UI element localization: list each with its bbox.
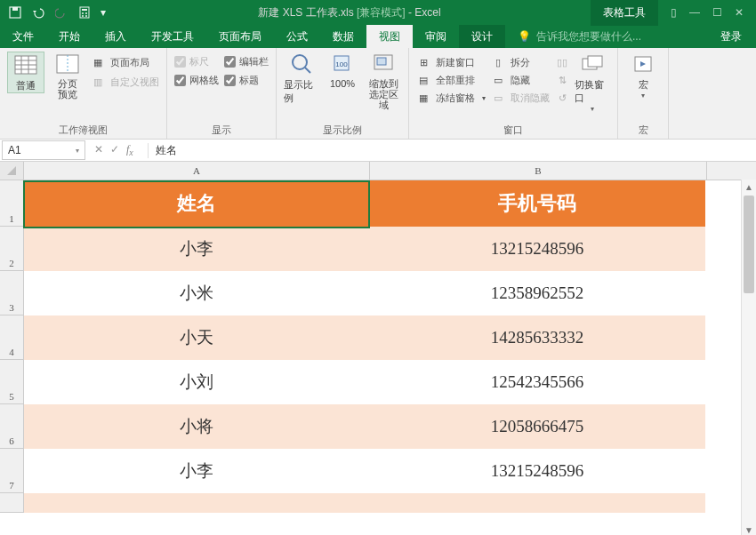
cell-A2[interactable]: 小李: [24, 227, 369, 271]
cell-A1[interactable]: 姓名: [24, 180, 369, 227]
ruler-checkbox: 标尺: [174, 55, 219, 68]
cell-B2[interactable]: 13215248596: [369, 227, 705, 271]
gridlines-checkbox[interactable]: 网格线: [174, 74, 219, 87]
cell-B8[interactable]: [369, 493, 705, 513]
lightbulb-icon: 💡: [518, 30, 531, 43]
row-header-3[interactable]: 3: [0, 271, 24, 315]
formula-input[interactable]: 姓名: [148, 143, 756, 158]
group-label-workbook-views: 工作簿视图: [7, 121, 159, 139]
zoom-100-button[interactable]: 100 100%: [325, 52, 360, 89]
switch-window-icon: [580, 52, 605, 76]
row-header-5[interactable]: 5: [0, 360, 24, 404]
zoom-button[interactable]: 显示比例: [284, 52, 319, 105]
zoom-selection-button[interactable]: 缩放到选定区域: [366, 52, 401, 110]
row-header-8[interactable]: [0, 493, 24, 513]
switch-window-button[interactable]: 切换窗口 ▾: [575, 52, 610, 113]
unhide-button: ▭取消隐藏: [491, 91, 550, 105]
cell-B1[interactable]: 手机号码: [369, 180, 705, 227]
svg-rect-2: [80, 7, 89, 18]
name-box-value: A1: [8, 144, 21, 156]
cell-A8[interactable]: [24, 493, 369, 513]
group-label-macros: 宏: [625, 121, 661, 139]
tab-insert[interactable]: 插入: [92, 25, 139, 48]
tab-data[interactable]: 数据: [320, 25, 366, 48]
sync-scroll-button: ⇅: [555, 73, 569, 87]
tab-view[interactable]: 视图: [366, 25, 413, 48]
cancel-formula-icon[interactable]: ✕: [94, 143, 103, 157]
maximize-icon[interactable]: ☐: [712, 6, 722, 19]
insert-function-icon[interactable]: fx: [126, 143, 139, 157]
freeze-panes-button[interactable]: ▦冻结窗格▾: [416, 91, 486, 105]
headings-checkbox[interactable]: 标题: [224, 74, 269, 87]
tab-review[interactable]: 审阅: [413, 25, 459, 48]
page-break-preview-button[interactable]: 分页预览: [50, 52, 85, 100]
arrange-all-button[interactable]: ▤全部重排: [416, 73, 486, 87]
formula-bar-checkbox[interactable]: 编辑栏: [224, 55, 269, 68]
cell-A7[interactable]: 小李: [24, 449, 369, 493]
column-header-A[interactable]: A: [24, 162, 370, 180]
tab-pagelayout[interactable]: 页面布局: [206, 25, 274, 48]
tab-home[interactable]: 开始: [46, 25, 92, 48]
row-header-7[interactable]: 7: [0, 449, 24, 493]
cell-B5[interactable]: 12542345566: [369, 360, 705, 404]
row-header-4[interactable]: 4: [0, 315, 24, 360]
enter-formula-icon[interactable]: ✓: [110, 143, 119, 157]
row-header-6[interactable]: 6: [0, 404, 24, 449]
minimize-icon[interactable]: —: [689, 6, 700, 19]
worksheet-area: A B 1 姓名 手机号码 2 小李13215248596 3 小米123589…: [0, 162, 756, 535]
redo-icon[interactable]: [52, 3, 71, 22]
cell-B4[interactable]: 14285633332: [369, 315, 705, 360]
tell-me-search[interactable]: 💡 告诉我您想要做什么...: [505, 25, 706, 48]
zoom-100-label: 100%: [330, 78, 355, 89]
split-button[interactable]: ▯拆分: [491, 55, 550, 69]
cell-A6[interactable]: 小将: [24, 404, 369, 449]
normal-view-button[interactable]: 普通: [7, 52, 44, 93]
split-icon: ▯: [491, 55, 505, 69]
scroll-down-icon[interactable]: ▼: [742, 523, 756, 535]
save-icon[interactable]: [5, 3, 25, 22]
ribbon-options-icon[interactable]: ▯: [671, 6, 677, 19]
macros-button[interactable]: 宏 ▾: [625, 52, 661, 100]
new-window-button[interactable]: ⊞新建窗口: [416, 55, 486, 69]
doc-title: 新建 XLS 工作表.xls: [258, 6, 353, 19]
name-box[interactable]: A1 ▾: [2, 140, 85, 160]
freeze-panes-icon: ▦: [416, 91, 430, 105]
tab-file[interactable]: 文件: [0, 25, 46, 48]
undo-icon[interactable]: [28, 3, 48, 22]
page-break-label: 分页预览: [58, 78, 77, 100]
column-header-B[interactable]: B: [370, 162, 707, 180]
page-layout-button[interactable]: ▦页面布局: [91, 55, 159, 69]
cell-B6[interactable]: 12058666475: [369, 404, 705, 449]
login-button[interactable]: 登录: [706, 25, 756, 48]
cell-B7[interactable]: 13215248596: [369, 449, 705, 493]
custom-view-icon: ▥: [91, 75, 105, 89]
select-all-corner[interactable]: [0, 162, 24, 180]
qat-customize-icon[interactable]: ▾: [98, 3, 109, 22]
cell-A5[interactable]: 小刘: [24, 360, 369, 404]
scroll-thumb[interactable]: [744, 196, 754, 293]
row-header-2[interactable]: 2: [0, 227, 24, 271]
svg-point-4: [82, 12, 84, 14]
svg-line-17: [305, 68, 310, 73]
close-icon[interactable]: ✕: [735, 6, 744, 19]
hide-button[interactable]: ▭隐藏: [491, 73, 550, 87]
titlebar: ▾ 新建 XLS 工作表.xls [兼容模式] - Excel 表格工具 ▯ —…: [0, 0, 756, 25]
row-header-1[interactable]: 1: [0, 180, 24, 227]
svg-rect-21: [377, 58, 386, 65]
tab-formulas[interactable]: 公式: [274, 25, 320, 48]
page-break-icon: [55, 52, 80, 76]
scroll-up-icon[interactable]: ▲: [742, 180, 756, 194]
zoom-selection-icon: [371, 52, 396, 76]
cell-A3[interactable]: 小米: [24, 271, 369, 315]
svg-point-6: [82, 15, 84, 17]
cell-B3[interactable]: 12358962552: [369, 271, 705, 315]
tab-design[interactable]: 设计: [459, 25, 505, 48]
new-window-icon: ⊞: [416, 55, 430, 69]
qat-calc-icon[interactable]: [75, 3, 94, 22]
vertical-scrollbar[interactable]: ▲ ▼: [741, 180, 756, 535]
formula-bar: A1 ▾ ✕ ✓ fx 姓名: [0, 140, 756, 162]
custom-view-button[interactable]: ▥自定义视图: [91, 75, 159, 89]
cell-A4[interactable]: 小天: [24, 315, 369, 360]
sync-scroll-icon: ⇅: [555, 73, 569, 87]
tab-developer[interactable]: 开发工具: [139, 25, 206, 48]
